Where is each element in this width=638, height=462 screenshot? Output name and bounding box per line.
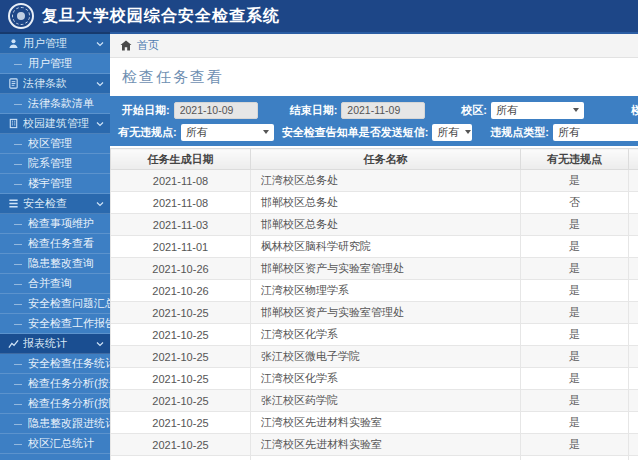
cell-task-date: 2021-10-25 [111, 412, 251, 434]
sidebar-group-2[interactable]: 校园建筑管理 [0, 114, 110, 134]
cell-task-date: 2021-10-25 [111, 434, 251, 456]
tree-dash [14, 144, 22, 145]
has-violation-select[interactable]: 所有 [181, 124, 274, 141]
sidebar-item-2-0[interactable]: 校区管理 [0, 134, 110, 154]
sidebar-group-4[interactable]: 报表统计 [0, 334, 110, 354]
cell-task-name: 枫林校区脑科学研究院 [251, 236, 521, 258]
has-violation-label: 有无违规点: [118, 125, 177, 140]
sidebar-item-4-0[interactable]: 安全检查任务统计 [0, 354, 110, 374]
sidebar-item-2-1[interactable]: 院系管理 [0, 154, 110, 174]
task-table-body: 2021-11-08江湾校区总务处是2021-11-08邯郸校区总务处否2021… [111, 170, 638, 461]
cell-extra [629, 236, 638, 258]
building-icon [8, 118, 23, 129]
cell-task-date: 2021-10-25 [111, 346, 251, 368]
sidebar-item-2-2[interactable]: 楼宇管理 [0, 174, 110, 194]
chevron-down-icon [96, 120, 104, 128]
table-row: 2021-10-26江湾校区物理学系是 [111, 280, 638, 302]
cell-task-name: 江湾校区先进材料实验室 [251, 412, 521, 434]
tree-dash [14, 324, 22, 325]
campus-label: 校区: [461, 103, 487, 118]
sidebar-item-label: 校区管理 [28, 136, 110, 151]
col-header-extra [629, 149, 638, 170]
cell-extra [629, 302, 638, 324]
sidebar-group-1[interactable]: 法律条款 [0, 74, 110, 94]
sidebar-item-4-3[interactable]: 隐患整改跟进统计分析 [0, 414, 110, 434]
cell-task-name: 邯郸校区资产与实验室管理处 [251, 258, 521, 280]
col-header-has-violation: 有无违规点 [521, 149, 629, 170]
start-date-input[interactable] [174, 102, 258, 119]
cell-has-violation: 是 [521, 302, 629, 324]
tree-dash [14, 164, 22, 165]
cell-has-violation: 是 [521, 390, 629, 412]
sidebar-item-3-1[interactable]: 检查任务查看 [0, 234, 110, 254]
cell-has-violation: 是 [521, 456, 629, 461]
cell-task-date: 2021-10-25 [111, 302, 251, 324]
tree-dash [14, 424, 22, 425]
cell-has-violation: 是 [521, 346, 629, 368]
cell-task-date: 2021-11-08 [111, 192, 251, 214]
cell-has-violation: 是 [521, 258, 629, 280]
table-row: 2021-10-25邯郸校区资产与实验室管理处是 [111, 302, 638, 324]
sidebar-item-3-3[interactable]: 合并查询 [0, 274, 110, 294]
cell-extra [629, 192, 638, 214]
sidebar-group-label: 校园建筑管理 [23, 116, 96, 131]
sidebar-group-label: 法律条款 [23, 76, 96, 91]
top-header-bar: 复旦大学校园综合安全检查系统 [0, 0, 638, 34]
cell-task-date: 2021-10-26 [111, 258, 251, 280]
end-date-input[interactable] [341, 102, 425, 119]
table-row: 2021-10-22邯郸校区高分子科学系是 [111, 456, 638, 461]
cell-extra [629, 412, 638, 434]
sidebar-item-3-2[interactable]: 隐患整改查询 [0, 254, 110, 274]
cell-has-violation: 是 [521, 368, 629, 390]
cell-task-date: 2021-11-03 [111, 214, 251, 236]
cell-extra [629, 170, 638, 192]
sidebar-item-3-0[interactable]: 检查事项维护 [0, 214, 110, 234]
cell-has-violation: 是 [521, 324, 629, 346]
university-seal-logo [8, 3, 34, 29]
cell-extra [629, 258, 638, 280]
cell-task-name: 江湾校区物理学系 [251, 280, 521, 302]
sidebar-item-1-0[interactable]: 法律条款清单 [0, 94, 110, 114]
has-violation-select-value: 所有 [186, 125, 208, 140]
page-title: 检查任务查看 [122, 68, 638, 87]
sidebar-item-3-5[interactable]: 安全检查工作报告 [0, 314, 110, 334]
cell-task-name: 邯郸校区高分子科学系 [251, 456, 521, 461]
sidebar-item-4-1[interactable]: 检查任务分析(按违规项) [0, 374, 110, 394]
sms-sent-select[interactable]: 所有 [432, 124, 472, 141]
task-table: 任务生成日期 任务名称 有无违规点 2021-11-08江湾校区总务处是2021… [110, 148, 638, 460]
sidebar-item-0-0[interactable]: 用户管理 [0, 54, 110, 74]
sidebar-item-label: 安全检查任务统计 [28, 356, 110, 371]
violation-type-select[interactable]: 所有 [553, 124, 638, 141]
sidebar-group-0[interactable]: 用户管理 [0, 34, 110, 54]
sidebar-item-label: 楼宇管理 [28, 176, 110, 191]
col-header-task-name: 任务名称 [251, 149, 521, 170]
sidebar-item-4-4[interactable]: 校区汇总统计 [0, 434, 110, 454]
sidebar-group-3[interactable]: 安全检查 [0, 194, 110, 214]
sidebar-item-label: 隐患整改查询 [28, 256, 110, 271]
sidebar-item-label: 检查任务分析(按院系) [28, 396, 110, 411]
table-header-row: 任务生成日期 任务名称 有无违规点 [111, 149, 638, 170]
violation-type-select-value: 所有 [558, 125, 580, 140]
table-row: 2021-10-25江湾校区先进材料实验室是 [111, 412, 638, 434]
cell-extra [629, 346, 638, 368]
cell-task-name: 江湾校区化学系 [251, 324, 521, 346]
cell-task-date: 2021-10-26 [111, 280, 251, 302]
chevron-down-icon [96, 340, 104, 348]
cell-has-violation: 是 [521, 280, 629, 302]
sidebar-item-label: 法律条款清单 [28, 96, 110, 111]
table-row: 2021-10-25江湾校区化学系是 [111, 368, 638, 390]
sidebar-item-3-4[interactable]: 安全检查问题汇总 [0, 294, 110, 314]
sidebar-item-label: 隐患整改跟进统计分析 [28, 416, 110, 431]
campus-select[interactable]: 所有 [491, 102, 584, 119]
sidebar-item-label: 校区汇总统计 [28, 436, 110, 451]
cell-has-violation: 是 [521, 236, 629, 258]
chevron-down-icon [96, 200, 104, 208]
cell-has-violation: 是 [521, 412, 629, 434]
sidebar-item-4-2[interactable]: 检查任务分析(按院系) [0, 394, 110, 414]
cell-task-name: 张江校区药学院 [251, 390, 521, 412]
cell-extra [629, 280, 638, 302]
tree-dash [14, 284, 22, 285]
breadcrumb-home-link[interactable]: 首页 [137, 38, 159, 53]
tree-dash [14, 364, 22, 365]
sidebar-group-label: 安全检查 [23, 196, 96, 211]
